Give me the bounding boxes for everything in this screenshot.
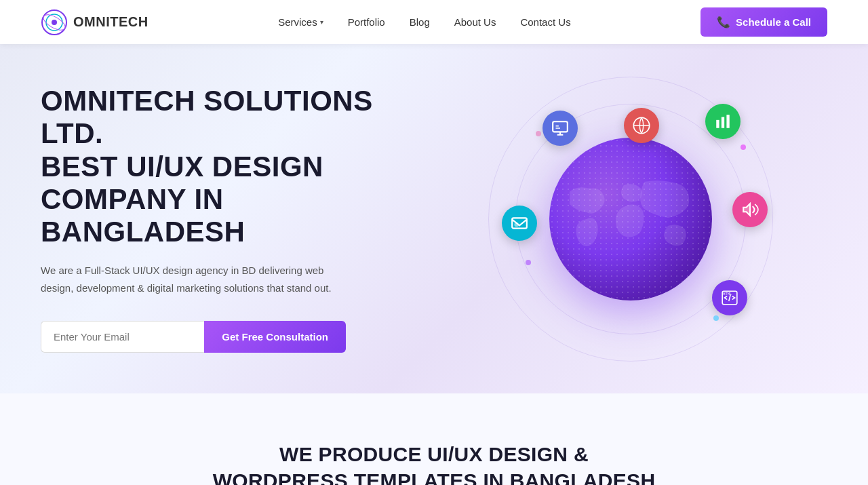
- svg-rect-9: [512, 218, 527, 228]
- ring-dot-4: [713, 315, 719, 321]
- consultation-button[interactable]: Get Free Consultation: [204, 321, 346, 353]
- hero-section: OMNITECH SOLUTIONS LTD. BEST UI/UX DESIG…: [0, 44, 868, 393]
- navbar: OMNITECH Services ▾ Portfolio Blog About…: [0, 0, 868, 44]
- svg-text:HTML: HTML: [723, 291, 732, 295]
- lower-section: WE PRODUCE UI/UX DESIGN & WORDPRESS TEMP…: [0, 393, 868, 485]
- svg-point-3: [52, 20, 57, 25]
- nav-item-contact[interactable]: Contact Us: [520, 16, 570, 28]
- globe: [549, 138, 712, 300]
- speaker-icon-bubble: [732, 192, 768, 227]
- nav-links: Services ▾ Portfolio Blog About Us Conta…: [278, 16, 571, 28]
- logo-icon: [41, 9, 68, 36]
- lower-section-title: WE PRODUCE UI/UX DESIGN & WORDPRESS TEMP…: [41, 441, 827, 485]
- nav-item-services[interactable]: Services ▾: [278, 16, 323, 28]
- monitor-icon-bubble: [542, 111, 578, 146]
- svg-rect-8: [726, 115, 729, 128]
- nav-item-about[interactable]: About Us: [454, 16, 496, 28]
- svg-rect-7: [722, 117, 724, 128]
- svg-rect-6: [716, 120, 719, 128]
- globe-map-svg: [556, 172, 705, 267]
- hero-subtitle: We are a Full-Stack UI/UX design agency …: [41, 262, 339, 296]
- code-icon-bubble: HTML: [712, 280, 747, 315]
- email-icon-bubble: [502, 206, 537, 241]
- hero-title: OMNITECH SOLUTIONS LTD. BEST UI/UX DESIG…: [41, 85, 434, 248]
- ring-dot-1: [536, 131, 541, 136]
- ring-dot-3: [741, 144, 746, 150]
- logo[interactable]: OMNITECH: [41, 9, 149, 36]
- hero-illustration: HTML: [434, 90, 827, 348]
- wordpress-icon-bubble: [624, 108, 659, 143]
- phone-icon: 📞: [717, 16, 730, 28]
- hero-content: OMNITECH SOLUTIONS LTD. BEST UI/UX DESIG…: [41, 85, 434, 353]
- email-form: Get Free Consultation: [41, 321, 346, 353]
- svg-rect-4: [553, 121, 568, 132]
- chevron-down-icon: ▾: [320, 18, 323, 26]
- ring-dot-2: [526, 260, 531, 265]
- chart-icon-bubble: [705, 104, 741, 139]
- email-input[interactable]: [41, 321, 204, 353]
- nav-item-portfolio[interactable]: Portfolio: [348, 16, 385, 28]
- logo-text: OMNITECH: [73, 14, 149, 30]
- svg-point-10: [514, 222, 519, 227]
- schedule-call-button[interactable]: 📞 Schedule a Call: [701, 7, 827, 37]
- globe-container: HTML: [502, 90, 760, 348]
- nav-item-blog[interactable]: Blog: [410, 16, 430, 28]
